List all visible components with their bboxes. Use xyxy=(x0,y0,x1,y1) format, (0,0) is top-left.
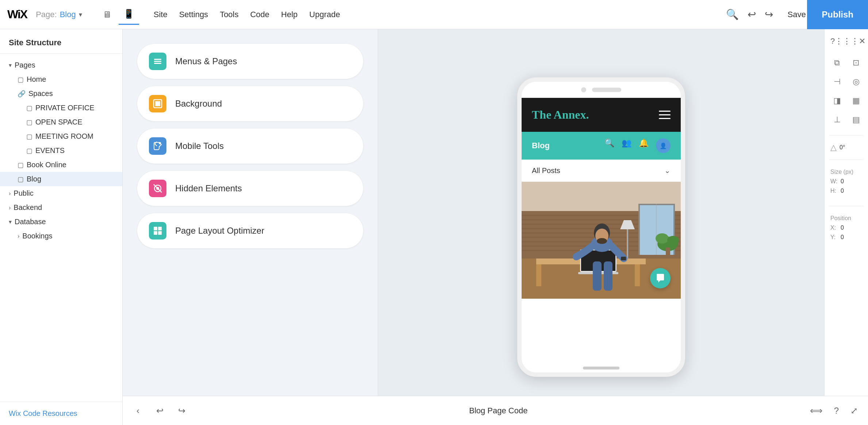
table-icon[interactable]: ▤ xyxy=(848,112,864,128)
pages-label: Pages xyxy=(15,61,35,69)
posts-filter[interactable]: All Posts ⌄ xyxy=(522,160,681,182)
grid-layout-icon[interactable]: ▦ xyxy=(848,93,864,109)
sidebar-item-blog[interactable]: ▢ Blog xyxy=(0,172,122,186)
angle-icon: △ xyxy=(830,143,837,152)
grid-icon[interactable]: ⋮⋮⋮ xyxy=(835,37,859,46)
search-icon[interactable]: 🔍 xyxy=(726,8,739,20)
bottom-zoom-icon[interactable]: ⟺ xyxy=(807,403,825,419)
menus-pages-button[interactable]: Menus & Pages xyxy=(137,44,363,79)
sidebar-item-public[interactable]: › Public xyxy=(0,186,122,200)
meeting-room-icon: ▢ xyxy=(26,133,32,141)
sidebar-item-pages[interactable]: ▾ Pages xyxy=(0,58,122,72)
align-bottom-icon[interactable]: ⊥ xyxy=(829,112,845,128)
bottom-redo-button[interactable]: ↪ xyxy=(174,403,190,419)
hamburger-menu-icon[interactable] xyxy=(659,111,671,119)
background-icon xyxy=(149,95,166,112)
blog-nav: Blog 🔍 👥 🔔 👤 xyxy=(522,132,681,160)
close-icon[interactable]: ✕ xyxy=(859,37,865,46)
x-value[interactable]: 0 xyxy=(841,225,862,231)
chat-fab-button[interactable] xyxy=(650,268,671,288)
y-value[interactable]: 0 xyxy=(841,234,862,241)
hidden-elements-icon xyxy=(149,180,166,197)
help-icon[interactable]: ? xyxy=(830,37,835,46)
svg-rect-2 xyxy=(154,63,161,64)
blog-nav-label: Blog xyxy=(532,141,550,150)
bottom-icons: ⟺ ? ⤢ xyxy=(807,403,861,419)
svg-line-8 xyxy=(154,184,162,192)
bottom-bar: ‹ ↩ ↪ Blog Page Code ⟺ ? ⤢ xyxy=(123,396,868,425)
site-title: The Annex. xyxy=(532,108,589,122)
angle-value: 0° xyxy=(840,144,845,151)
tools-panel: Menus & Pages Background Mobile Tools xyxy=(123,29,378,425)
posts-filter-chevron-icon: ⌄ xyxy=(664,166,671,175)
blog-search-icon[interactable]: 🔍 xyxy=(604,138,614,153)
hide-icon[interactable]: ◎ xyxy=(848,74,864,90)
mobile-view-button[interactable]: 📱 xyxy=(119,4,139,25)
hidden-elements-button[interactable]: Hidden Elements xyxy=(137,171,363,206)
blog-members-icon[interactable]: 👥 xyxy=(622,138,631,153)
undo-icon[interactable]: ↩ xyxy=(748,8,756,20)
blog-notifications-icon[interactable]: 🔔 xyxy=(639,138,649,153)
book-online-icon: ▢ xyxy=(18,161,24,169)
sidebar-item-bookings[interactable]: › Bookings xyxy=(0,229,122,243)
align-left-icon[interactable]: ⊣ xyxy=(829,74,845,90)
size-section: Size (px) W: 0 H: 0 xyxy=(827,166,865,200)
private-office-label: PRIVATE OFFICE xyxy=(35,104,95,112)
background-button[interactable]: Background xyxy=(137,86,363,121)
fill-icon[interactable]: ◨ xyxy=(829,93,845,109)
y-row: Y: 0 xyxy=(830,234,862,241)
blog-user-avatar[interactable]: 👤 xyxy=(656,138,671,153)
svg-rect-1 xyxy=(154,61,161,62)
bottom-back-button[interactable]: ‹ xyxy=(130,403,146,419)
sidebar-item-open-space[interactable]: ▢ OPEN SPACE xyxy=(0,115,122,129)
height-value[interactable]: 0 xyxy=(841,188,862,194)
nav-code[interactable]: Code xyxy=(250,10,269,19)
bookings-label: Bookings xyxy=(22,232,52,240)
site-header: The Annex. xyxy=(522,98,681,132)
svg-point-31 xyxy=(656,233,669,244)
svg-rect-4 xyxy=(155,101,160,106)
home-label: Home xyxy=(27,75,46,84)
book-online-label: Book Online xyxy=(27,161,66,169)
nav-help[interactable]: Help xyxy=(281,10,297,19)
bottom-undo-button[interactable]: ↩ xyxy=(152,403,168,419)
nav-tools[interactable]: Tools xyxy=(220,10,238,19)
page-layout-label: Page Layout Optimizer xyxy=(175,226,264,236)
sidebar-item-backend[interactable]: › Backend xyxy=(0,200,122,215)
private-office-icon: ▢ xyxy=(26,104,32,112)
wix-code-resources-link[interactable]: Wix Code Resources xyxy=(9,409,77,417)
bottom-help-icon[interactable]: ? xyxy=(831,403,842,419)
posts-filter-label: All Posts xyxy=(532,166,560,175)
hamburger-line-2 xyxy=(659,114,671,115)
menus-pages-label: Menus & Pages xyxy=(175,56,237,66)
redo-icon[interactable]: ↪ xyxy=(765,8,773,20)
page-selector[interactable]: Page: Blog ▾ xyxy=(36,10,82,19)
phone-mockup: The Annex. Blog 🔍 👥 🔔 👤 xyxy=(517,77,685,377)
page-layout-button[interactable]: Page Layout Optimizer xyxy=(137,213,363,248)
desktop-view-button[interactable]: 🖥 xyxy=(97,4,117,25)
sidebar-item-private-office[interactable]: ▢ PRIVATE OFFICE xyxy=(0,101,122,115)
nav-site[interactable]: Site xyxy=(154,10,168,19)
paste-icon[interactable]: ⊡ xyxy=(848,55,864,71)
width-value[interactable]: 0 xyxy=(841,178,862,185)
divider-1 xyxy=(829,135,864,135)
publish-button[interactable]: Publish xyxy=(807,0,868,29)
page-chevron-icon: ▾ xyxy=(79,11,82,19)
sidebar-item-home[interactable]: ▢ Home xyxy=(0,72,122,87)
width-row: W: 0 xyxy=(830,178,862,185)
open-space-label: OPEN SPACE xyxy=(35,118,82,126)
main-layout: Site Structure ▾ Pages ▢ Home 🔗 Spaces ▢… xyxy=(0,29,868,425)
nav-settings[interactable]: Settings xyxy=(179,10,208,19)
mobile-tools-icon xyxy=(149,137,166,155)
mobile-tools-button[interactable]: Mobile Tools xyxy=(137,129,363,164)
bottom-expand-icon[interactable]: ⤢ xyxy=(848,403,861,419)
sidebar-item-database[interactable]: ▾ Database xyxy=(0,215,122,229)
sidebar-item-meeting-room[interactable]: ▢ MEETING ROOM xyxy=(0,129,122,143)
nav-upgrade[interactable]: Upgrade xyxy=(309,10,340,19)
copy-icon[interactable]: ⧉ xyxy=(829,55,845,71)
hidden-elements-label: Hidden Elements xyxy=(175,183,242,194)
sidebar-item-spaces[interactable]: 🔗 Spaces xyxy=(0,87,122,101)
sidebar-item-book-online[interactable]: ▢ Book Online xyxy=(0,158,122,172)
sidebar-item-events[interactable]: ▢ EVENTS xyxy=(0,143,122,158)
database-label: Database xyxy=(15,218,46,226)
